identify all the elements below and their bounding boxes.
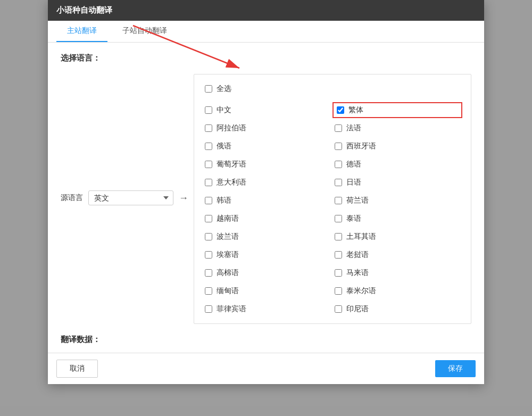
checkbox-french[interactable]: [335, 124, 342, 132]
modal-footer: 取消 保存: [48, 353, 484, 384]
checkbox-khmer[interactable]: [205, 269, 212, 277]
lang-grid-container: 全选 中文 繁体: [194, 74, 471, 324]
lang-item-traditional[interactable]: 繁体: [332, 102, 462, 118]
checkbox-russian[interactable]: [205, 143, 212, 150]
select-language-title: 选择语言：: [61, 53, 471, 63]
checkbox-malay[interactable]: [335, 269, 342, 277]
checkbox-chinese[interactable]: [205, 106, 212, 114]
checkbox-filipino[interactable]: [205, 305, 212, 313]
lang-item-korean[interactable]: 韩语: [203, 193, 332, 209]
modal-dialog: 小语种自动翻译 主站翻译 子站自动翻译 选择语言： 源语: [48, 0, 484, 384]
lang-item-italian[interactable]: 意大利语: [203, 174, 332, 190]
modal-title: 小语种自动翻译: [56, 5, 112, 14]
modal-header: 小语种自动翻译: [48, 0, 484, 21]
lang-item-ethiopian[interactable]: 埃塞语: [203, 247, 332, 263]
lang-item-german[interactable]: 德语: [332, 156, 462, 172]
source-lang-select[interactable]: 英文 中文 日语: [88, 190, 173, 205]
lang-grid: 全选 中文 繁体: [203, 81, 462, 317]
checkbox-burmese[interactable]: [205, 287, 212, 295]
lang-item-dutch[interactable]: 荷兰语: [332, 193, 462, 209]
tab-main-site[interactable]: 主站翻译: [56, 21, 107, 42]
save-button[interactable]: 保存: [435, 360, 476, 377]
lang-item-thai[interactable]: 泰语: [332, 211, 462, 227]
lang-item-spanish[interactable]: 西班牙语: [332, 138, 462, 154]
checkbox-select-all[interactable]: [205, 85, 212, 93]
lang-item-indonesian[interactable]: 印尼语: [332, 301, 462, 317]
lang-select-all[interactable]: 全选: [203, 81, 462, 97]
lang-item-chinese[interactable]: 中文: [203, 102, 332, 118]
checkbox-ethiopian[interactable]: [205, 251, 212, 259]
checkbox-vietnamese[interactable]: [205, 215, 212, 222]
modal-body: 选择语言： 源语言 英文 中文 日语 → 全选: [48, 43, 484, 384]
lang-item-tamil[interactable]: 泰米尔语: [332, 283, 462, 299]
checkbox-arabic[interactable]: [205, 124, 212, 132]
source-lang-row: 源语言 英文 中文 日语 → 全选: [61, 72, 471, 324]
checkbox-spanish[interactable]: [335, 143, 342, 150]
lang-item-burmese[interactable]: 缅甸语: [203, 283, 332, 299]
tab-sub-site[interactable]: 子站自动翻译: [112, 21, 178, 42]
checkbox-japanese[interactable]: [335, 179, 342, 186]
checkbox-dutch[interactable]: [335, 197, 342, 204]
lang-item-russian[interactable]: 俄语: [203, 138, 332, 154]
lang-item-arabic[interactable]: 阿拉伯语: [203, 120, 332, 136]
cancel-button[interactable]: 取消: [56, 360, 98, 378]
checkbox-tamil[interactable]: [335, 287, 342, 295]
checkbox-traditional[interactable]: [337, 106, 344, 114]
translate-data-title: 翻译数据：: [61, 335, 471, 345]
checkbox-portuguese[interactable]: [205, 161, 212, 168]
lang-item-turkish[interactable]: 土耳其语: [332, 229, 462, 245]
lang-item-filipino[interactable]: 菲律宾语: [203, 301, 332, 317]
checkbox-italian[interactable]: [205, 179, 212, 186]
checkbox-german[interactable]: [335, 161, 342, 168]
direction-arrow-icon: →: [179, 193, 188, 204]
checkbox-thai[interactable]: [335, 215, 342, 222]
lang-item-malay[interactable]: 马来语: [332, 265, 462, 281]
checkbox-polish[interactable]: [205, 233, 212, 240]
source-lang-label: 源语言: [61, 193, 83, 203]
lang-item-vietnamese[interactable]: 越南语: [203, 211, 332, 227]
lang-item-khmer[interactable]: 高棉语: [203, 265, 332, 281]
checkbox-lao[interactable]: [335, 251, 342, 259]
checkbox-turkish[interactable]: [335, 233, 342, 240]
checkbox-indonesian[interactable]: [335, 305, 342, 313]
lang-item-polish[interactable]: 波兰语: [203, 229, 332, 245]
lang-item-portuguese[interactable]: 葡萄牙语: [203, 156, 332, 172]
modal-tabs: 主站翻译 子站自动翻译: [48, 21, 484, 43]
lang-item-french[interactable]: 法语: [332, 120, 462, 136]
lang-item-japanese[interactable]: 日语: [332, 174, 462, 190]
checkbox-korean[interactable]: [205, 197, 212, 204]
lang-item-lao[interactable]: 老挝语: [332, 247, 462, 263]
